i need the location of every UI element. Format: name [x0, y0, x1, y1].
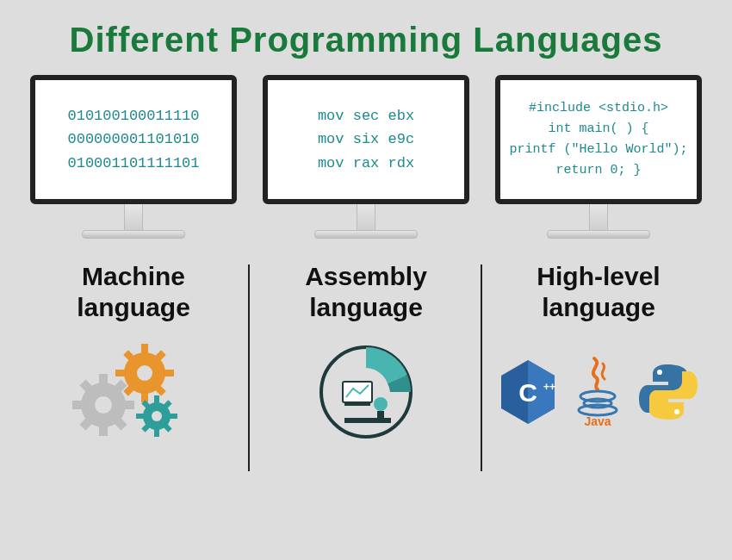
page-title: Different Programming Languages — [0, 0, 732, 75]
label-assembly: Assembly language — [305, 261, 427, 323]
svg-rect-13 — [163, 370, 174, 376]
col-highlevel: #include <stdio.h> int main( ) { printf … — [482, 75, 715, 444]
svg-rect-22 — [154, 428, 159, 437]
col-machine: 010100100011110 000000001101010 01000110… — [17, 75, 250, 444]
svg-rect-32 — [344, 402, 370, 406]
svg-rect-23 — [169, 414, 177, 419]
svg-rect-11 — [141, 344, 148, 355]
svg-point-44 — [674, 409, 679, 414]
screen-machine: 010100100011110 000000001101010 01000110… — [30, 75, 237, 204]
columns-container: 010100100011110 000000001101010 01000110… — [0, 75, 732, 444]
svg-point-29 — [152, 411, 162, 421]
svg-rect-3 — [122, 401, 134, 409]
monitor-stand-base — [314, 230, 418, 239]
label-line2: language — [309, 293, 423, 321]
code-line: mov sec ebx — [318, 104, 414, 128]
code-line: printf ("Hello World"); — [509, 140, 687, 160]
svg-point-33 — [374, 397, 388, 411]
code-line: mov rax rdx — [318, 152, 414, 175]
monitor-stand-neck — [124, 204, 143, 230]
label-line2: language — [542, 293, 655, 321]
screen-assembly: mov sec ebx mov six e9c mov rax rdx — [263, 75, 469, 204]
monitor-stand-base — [547, 230, 650, 239]
code-line: #include <stdio.h> — [529, 98, 668, 119]
monitor-stand-neck — [589, 204, 608, 230]
code-line: 000000001101010 — [67, 128, 199, 151]
monitor-assembly: mov sec ebx mov six e9c mov rax rdx — [263, 75, 469, 239]
code-line: mov six e9c — [318, 128, 414, 151]
label-line1: Machine — [82, 262, 185, 290]
language-logos: C ++ Java — [498, 340, 699, 444]
svg-point-19 — [137, 365, 152, 381]
dashboard-chart-icon — [310, 340, 422, 444]
screen-highlevel: #include <stdio.h> int main( ) { printf … — [495, 75, 702, 204]
label-line1: High-level — [537, 262, 660, 290]
code-line: 010001101111101 — [67, 152, 199, 175]
svg-point-9 — [95, 396, 112, 414]
label-line1: Assembly — [305, 262, 427, 290]
code-line: 010100100011110 — [67, 104, 199, 128]
svg-rect-1 — [99, 374, 108, 386]
monitor-highlevel: #include <stdio.h> int main( ) { printf … — [495, 75, 702, 239]
svg-text:++: ++ — [543, 381, 555, 393]
svg-rect-35 — [344, 418, 391, 423]
label-line2: language — [77, 293, 190, 321]
svg-text:C: C — [518, 378, 537, 407]
java-label: Java — [584, 414, 611, 428]
svg-rect-24 — [136, 414, 145, 419]
monitor-stand-base — [82, 230, 185, 239]
code-line: int main( ) { — [548, 119, 648, 140]
svg-rect-4 — [72, 401, 84, 409]
cpp-logo-icon: C ++ — [498, 358, 558, 426]
col-assembly: mov sec ebx mov six e9c mov rax rdx Asse… — [250, 75, 482, 444]
svg-rect-14 — [115, 370, 127, 376]
gears-icon — [69, 340, 198, 444]
java-logo-icon: Java — [570, 355, 625, 429]
svg-point-43 — [657, 370, 662, 375]
monitor-machine: 010100100011110 000000001101010 01000110… — [30, 75, 237, 239]
svg-rect-21 — [154, 395, 159, 404]
svg-rect-2 — [99, 424, 108, 436]
label-machine: Machine language — [77, 261, 190, 323]
monitor-stand-neck — [357, 204, 375, 230]
python-logo-icon — [637, 361, 699, 423]
code-line: return 0; } — [555, 160, 641, 181]
label-highlevel: High-level language — [537, 261, 660, 323]
